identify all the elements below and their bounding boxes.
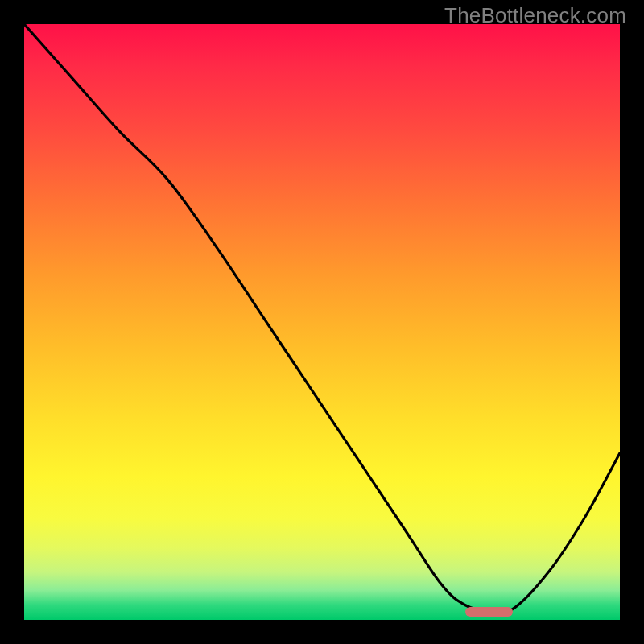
bottleneck-curve (24, 24, 620, 613)
chart-line-layer (24, 24, 620, 620)
chart-frame: TheBottleneck.com (0, 0, 644, 644)
optimal-range-marker (465, 607, 513, 617)
